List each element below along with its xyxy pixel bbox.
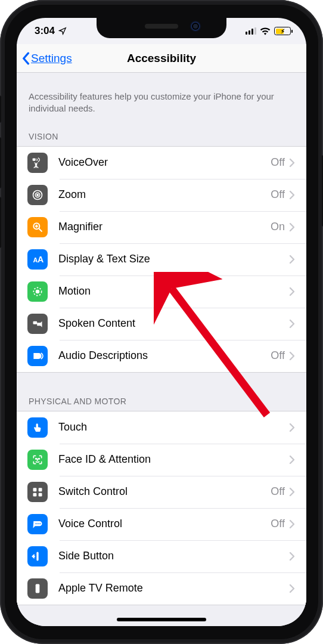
audio-descriptions-icon — [27, 346, 48, 366]
row-label: Touch — [58, 421, 288, 434]
row-touch[interactable]: Touch — [17, 411, 306, 444]
text-size-icon: AA — [27, 249, 48, 270]
row-value: Off — [271, 349, 285, 362]
row-value: Off — [271, 188, 285, 201]
spoken-content-icon — [27, 314, 48, 334]
svg-point-20 — [36, 523, 37, 524]
tv-remote-icon — [27, 578, 48, 599]
chevron-right-icon — [288, 222, 296, 232]
home-indicator[interactable] — [117, 618, 206, 621]
wifi-icon — [260, 27, 271, 35]
switch-control-icon — [27, 482, 48, 502]
row-value: On — [271, 221, 285, 233]
row-zoom[interactable]: Zoom Off — [17, 179, 306, 211]
row-label: Zoom — [58, 188, 271, 201]
voiceover-icon — [27, 153, 48, 173]
row-label: Spoken Content — [58, 317, 288, 330]
row-magnifier[interactable]: Magnifier On — [17, 211, 306, 243]
svg-point-22 — [39, 523, 41, 524]
row-label: Face ID & Attention — [58, 453, 288, 466]
zoom-icon — [27, 185, 48, 205]
row-label: Magnifier — [58, 221, 271, 233]
magnifier-icon — [27, 217, 48, 237]
row-value: Off — [271, 485, 285, 498]
row-faceid-attention[interactable]: Face ID & Attention — [17, 444, 306, 476]
row-motion[interactable]: Motion — [17, 275, 306, 308]
chevron-right-icon — [288, 552, 296, 561]
svg-rect-19 — [39, 493, 42, 496]
section-header-physical: PHYSICAL AND MOTOR — [17, 386, 306, 411]
section-header-vision: VISION — [17, 121, 306, 146]
svg-rect-23 — [36, 552, 38, 561]
row-spoken-content[interactable]: Spoken Content — [17, 308, 306, 340]
status-time: 3:04 — [35, 25, 55, 37]
chevron-right-icon — [288, 455, 296, 465]
row-value: Off — [271, 518, 285, 530]
row-side-button[interactable]: Side Button — [17, 540, 306, 572]
row-label: Voice Control — [58, 518, 271, 530]
chevron-right-icon — [288, 319, 296, 329]
row-display-text-size[interactable]: AA Display & Text Size — [17, 243, 306, 275]
chevron-right-icon — [288, 190, 296, 200]
screen: 3:04 ⚡︎ Settings Accessibility — [17, 18, 306, 626]
svg-point-12 — [36, 290, 39, 293]
chevron-right-icon — [288, 287, 296, 296]
row-label: Motion — [58, 285, 288, 298]
svg-text:A: A — [38, 255, 44, 264]
chevron-right-icon — [288, 423, 296, 432]
svg-point-4 — [37, 194, 39, 196]
group-vision: VoiceOver Off Zoom Off Magnifier On AA D… — [17, 146, 306, 373]
row-label: Audio Descriptions — [58, 349, 271, 362]
chevron-right-icon — [288, 519, 296, 529]
row-switch-control[interactable]: Switch Control Off — [17, 476, 306, 508]
nav-bar: Settings Accessibility — [17, 44, 306, 73]
chevron-right-icon — [288, 584, 296, 593]
svg-point-21 — [38, 523, 39, 524]
row-label: Switch Control — [58, 485, 271, 498]
chevron-right-icon — [288, 487, 296, 497]
side-button-icon — [27, 546, 48, 566]
chevron-right-icon — [288, 158, 296, 168]
row-label: Apple TV Remote — [58, 582, 288, 595]
cell-signal-icon — [246, 27, 256, 35]
svg-rect-13 — [33, 321, 38, 324]
chevron-right-icon — [288, 351, 296, 361]
row-voiceover[interactable]: VoiceOver Off — [17, 147, 306, 179]
location-icon — [58, 27, 67, 35]
row-audio-descriptions[interactable]: Audio Descriptions Off — [17, 340, 306, 372]
svg-rect-18 — [33, 493, 37, 496]
row-label: Side Button — [58, 550, 288, 562]
faceid-icon — [27, 450, 48, 470]
row-apple-tv-remote[interactable]: Apple TV Remote — [17, 572, 306, 605]
svg-rect-24 — [36, 584, 40, 593]
svg-rect-0 — [33, 158, 36, 160]
svg-point-14 — [36, 458, 37, 459]
section-note: Accessibility features help you customiz… — [17, 73, 306, 121]
battery-icon: ⚡︎ — [274, 27, 291, 35]
svg-line-6 — [39, 228, 42, 231]
svg-point-15 — [39, 458, 40, 459]
row-label: VoiceOver — [58, 156, 271, 169]
group-physical: Touch Face ID & Attention Switch Control… — [17, 411, 306, 605]
page-title: Accessibility — [17, 44, 306, 72]
svg-rect-17 — [39, 488, 42, 491]
svg-rect-16 — [33, 488, 37, 491]
motion-icon — [27, 281, 48, 302]
content-scroll[interactable]: Accessibility features help you customiz… — [17, 73, 306, 626]
touch-icon — [27, 417, 48, 438]
chevron-right-icon — [288, 255, 296, 264]
voice-control-icon — [27, 514, 48, 534]
row-value: Off — [271, 156, 285, 169]
row-label: Display & Text Size — [58, 253, 288, 265]
row-voice-control[interactable]: Voice Control Off — [17, 508, 306, 540]
